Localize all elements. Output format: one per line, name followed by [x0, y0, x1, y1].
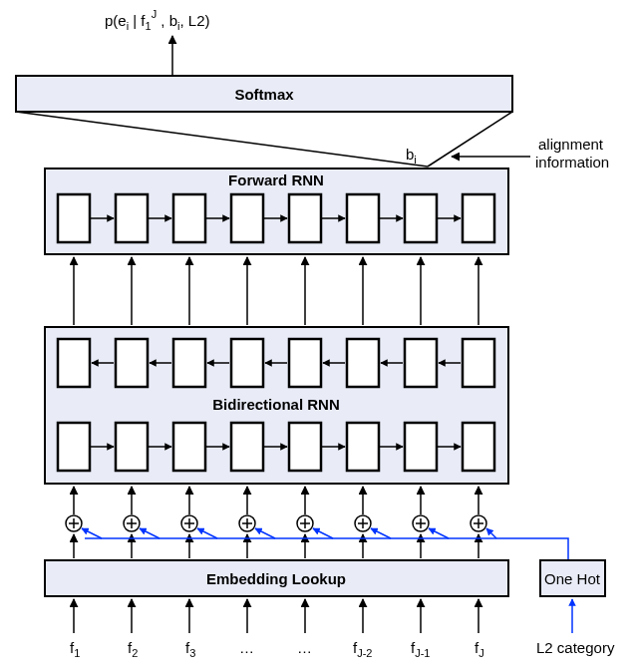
svg-text:f3: f3 [185, 639, 195, 659]
svg-text:…: … [297, 639, 312, 656]
embedding-label: Embedding Lookup [206, 570, 346, 587]
alignment-label-2: information [535, 154, 609, 170]
f-sub: 1 [146, 20, 152, 32]
svg-rect-43 [289, 423, 321, 471]
bi-label: bi [406, 146, 417, 166]
onehot-label: One Hot [544, 570, 601, 587]
svg-rect-8 [463, 194, 494, 242]
svg-rect-39 [58, 423, 90, 471]
svg-rect-26 [173, 339, 205, 387]
svg-rect-44 [347, 423, 379, 471]
concat-plus-nodes [66, 515, 486, 531]
svg-rect-2 [116, 194, 148, 242]
svg-rect-41 [173, 423, 205, 471]
softmax-left-line [16, 112, 428, 167]
svg-rect-1 [58, 194, 90, 242]
diagram: p(ei | f1J , bi, L2) Softmax bi alignmen… [0, 0, 638, 672]
svg-line-94 [82, 528, 102, 538]
svg-line-99 [371, 528, 391, 538]
tail-text: , b [157, 12, 177, 29]
svg-text:L2 category: L2 category [536, 639, 615, 656]
svg-text:fJ-1: fJ-1 [411, 639, 430, 659]
forward-rnn-label: Forward RNN [228, 171, 324, 188]
svg-rect-45 [405, 423, 437, 471]
svg-rect-31 [463, 339, 494, 387]
bidi-to-forward-arrows [74, 257, 478, 325]
svg-rect-28 [289, 339, 321, 387]
svg-rect-3 [173, 194, 205, 242]
onehot-fanout-arrows [82, 528, 496, 538]
alignment-label-1: alignment [538, 136, 604, 153]
svg-text:fJ: fJ [475, 639, 484, 659]
svg-line-95 [140, 528, 160, 538]
input-to-embed-arrows [74, 599, 478, 633]
svg-rect-27 [231, 339, 263, 387]
svg-rect-46 [463, 423, 494, 471]
svg-line-96 [197, 528, 217, 538]
svg-rect-25 [116, 339, 148, 387]
svg-rect-40 [116, 423, 148, 471]
svg-rect-4 [231, 194, 263, 242]
input-labels: f1 f2 f3 … … fJ-2 fJ-1 fJ L2 category [70, 639, 615, 659]
svg-text:p(ei | f1J , bi, L2): p(ei | f1J , bi, L2) [105, 8, 210, 32]
svg-line-98 [313, 528, 333, 538]
svg-text:fJ-2: fJ-2 [353, 639, 372, 659]
output-probability-label: p(ei | f1J , bi, L2) [105, 8, 210, 32]
svg-line-101 [486, 528, 496, 538]
svg-rect-42 [231, 423, 263, 471]
svg-rect-29 [347, 339, 379, 387]
svg-rect-24 [58, 339, 90, 387]
svg-text:…: … [239, 639, 254, 656]
svg-line-100 [429, 528, 449, 538]
svg-text:f2: f2 [128, 639, 138, 659]
plus-to-bidi-arrows [74, 487, 478, 514]
mid-text: | f [129, 12, 146, 29]
svg-rect-5 [289, 194, 321, 242]
svg-text:f1: f1 [70, 639, 80, 659]
softmax-right-line [428, 112, 512, 167]
svg-rect-7 [405, 194, 437, 242]
bidi-rnn-label: Bidirectional RNN [212, 396, 340, 413]
svg-line-97 [255, 528, 275, 538]
svg-rect-6 [347, 194, 379, 242]
svg-rect-30 [405, 339, 437, 387]
end-text: , L2) [179, 12, 209, 29]
softmax-label: Softmax [234, 86, 294, 103]
p-text: p(e [105, 12, 127, 29]
